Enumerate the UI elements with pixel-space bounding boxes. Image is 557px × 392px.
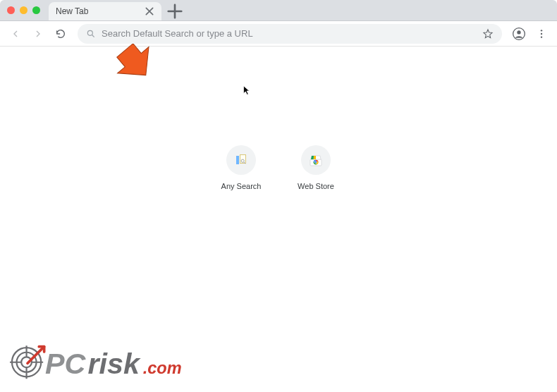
svg-point-5 <box>541 36 542 37</box>
address-bar[interactable] <box>78 24 502 44</box>
window-titlebar: New Tab <box>0 0 557 21</box>
logo-text-pc: PC <box>45 348 87 380</box>
back-button[interactable] <box>6 24 25 44</box>
cursor-pointer-icon <box>243 85 251 99</box>
tab-strip: New Tab <box>49 0 184 20</box>
page-content: Any Search <box>0 47 557 392</box>
webstore-favicon-icon <box>310 154 322 166</box>
tab-close-button[interactable] <box>145 6 154 16</box>
pcrisk-logo-icon: PC risk .com <box>10 334 207 389</box>
svg-point-4 <box>541 32 542 34</box>
shortcut-web-store[interactable]: Web Store <box>290 145 341 190</box>
shortcut-label: Web Store <box>298 182 334 190</box>
annotation-arrow-icon <box>115 44 171 89</box>
window-minimize-button[interactable] <box>20 6 27 14</box>
shortcut-icon <box>301 145 331 175</box>
svg-point-6 <box>241 159 244 162</box>
shortcut-any-search[interactable]: Any Search <box>216 145 267 190</box>
toolbar <box>0 21 557 47</box>
svg-point-2 <box>517 30 520 34</box>
watermark-logo: PC risk .com <box>10 334 207 389</box>
logo-text-risk: risk <box>88 348 141 380</box>
window-controls <box>7 6 40 14</box>
window-maximize-button[interactable] <box>32 6 40 14</box>
new-tab-button[interactable] <box>166 2 184 20</box>
search-icon <box>86 29 96 39</box>
logo-text-com: .com <box>143 359 182 377</box>
shortcut-icon <box>226 145 256 175</box>
shortcut-label: Any Search <box>221 182 262 190</box>
menu-button[interactable] <box>532 24 551 44</box>
bookmark-star-icon[interactable] <box>482 28 494 39</box>
window-close-button[interactable] <box>7 6 15 14</box>
svg-point-11 <box>315 161 317 163</box>
svg-point-0 <box>87 30 92 35</box>
anysearch-favicon-icon <box>235 154 247 166</box>
tab-title: New Tab <box>56 6 145 16</box>
profile-button[interactable] <box>509 24 529 44</box>
forward-button[interactable] <box>28 24 48 44</box>
svg-point-3 <box>541 30 542 31</box>
browser-tab[interactable]: New Tab <box>49 2 161 20</box>
reload-button[interactable] <box>51 24 71 44</box>
omnibox-input[interactable] <box>102 28 482 39</box>
shortcut-grid: Any Search <box>216 145 341 190</box>
